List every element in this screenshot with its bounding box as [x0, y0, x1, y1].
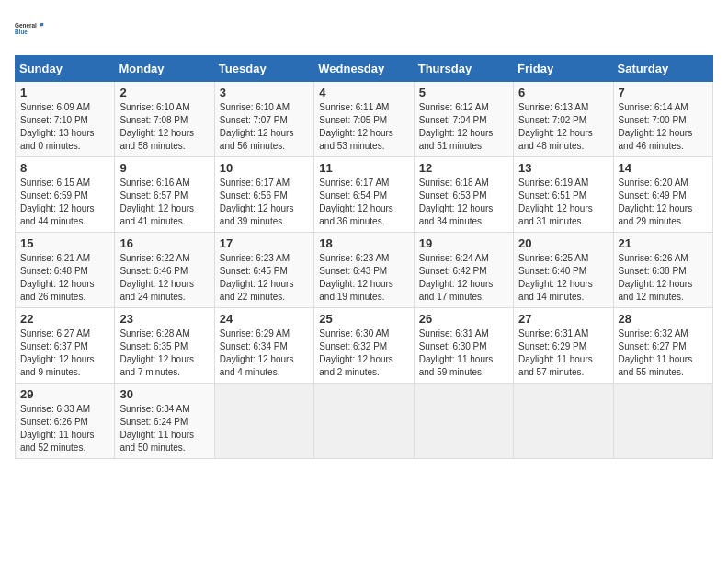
day-number: 6	[518, 86, 608, 99]
calendar-cell: 11Sunrise: 6:17 AM Sunset: 6:54 PM Dayli…	[314, 157, 414, 233]
calendar-cell	[414, 384, 513, 459]
day-info: Sunrise: 6:17 AM Sunset: 6:54 PM Dayligh…	[319, 177, 408, 228]
calendar-cell: 24Sunrise: 6:29 AM Sunset: 6:34 PM Dayli…	[214, 308, 313, 384]
day-number: 18	[319, 236, 408, 250]
day-number: 22	[20, 312, 109, 326]
day-number: 14	[619, 161, 708, 175]
calendar-cell: 9Sunrise: 6:16 AM Sunset: 6:57 PM Daylig…	[115, 157, 214, 233]
day-info: Sunrise: 6:18 AM Sunset: 6:53 PM Dayligh…	[419, 177, 508, 228]
calendar-cell: 19Sunrise: 6:24 AM Sunset: 6:42 PM Dayli…	[414, 233, 513, 308]
day-info: Sunrise: 6:34 AM Sunset: 6:24 PM Dayligh…	[119, 403, 209, 454]
calendar-cell: 13Sunrise: 6:19 AM Sunset: 6:51 PM Dayli…	[514, 157, 613, 233]
page-header: General Blue	[15, 15, 713, 44]
col-header-wednesday: Wednesday	[314, 56, 414, 82]
day-number: 27	[518, 312, 608, 326]
col-header-thursday: Thursday	[414, 56, 513, 82]
logo-icon: General Blue	[15, 15, 44, 44]
calendar-cell	[514, 384, 613, 459]
day-info: Sunrise: 6:26 AM Sunset: 6:38 PM Dayligh…	[619, 252, 708, 304]
day-info: Sunrise: 6:09 AM Sunset: 7:10 PM Dayligh…	[20, 101, 109, 153]
calendar-cell: 16Sunrise: 6:22 AM Sunset: 6:46 PM Dayli…	[115, 233, 214, 308]
day-info: Sunrise: 6:13 AM Sunset: 7:02 PM Dayligh…	[518, 101, 608, 153]
calendar-cell: 6Sunrise: 6:13 AM Sunset: 7:02 PM Daylig…	[514, 82, 613, 157]
calendar-cell: 1Sunrise: 6:09 AM Sunset: 7:10 PM Daylig…	[16, 82, 115, 157]
col-header-tuesday: Tuesday	[214, 56, 313, 82]
day-number: 26	[419, 312, 508, 326]
calendar-cell: 28Sunrise: 6:32 AM Sunset: 6:27 PM Dayli…	[613, 308, 712, 384]
calendar-cell: 30Sunrise: 6:34 AM Sunset: 6:24 PM Dayli…	[115, 384, 214, 459]
calendar-cell: 27Sunrise: 6:31 AM Sunset: 6:29 PM Dayli…	[514, 308, 613, 384]
calendar-cell: 12Sunrise: 6:18 AM Sunset: 6:53 PM Dayli…	[414, 157, 513, 233]
calendar-cell: 18Sunrise: 6:23 AM Sunset: 6:43 PM Dayli…	[314, 233, 414, 308]
col-header-friday: Friday	[514, 56, 613, 82]
calendar-cell: 7Sunrise: 6:14 AM Sunset: 7:00 PM Daylig…	[613, 82, 712, 157]
day-number: 12	[419, 161, 508, 175]
calendar-cell: 22Sunrise: 6:27 AM Sunset: 6:37 PM Dayli…	[16, 308, 115, 384]
day-number: 2	[119, 86, 209, 99]
day-info: Sunrise: 6:23 AM Sunset: 6:43 PM Dayligh…	[319, 252, 408, 304]
day-number: 24	[220, 312, 309, 326]
day-info: Sunrise: 6:31 AM Sunset: 6:30 PM Dayligh…	[419, 327, 508, 379]
day-number: 3	[220, 86, 309, 99]
calendar-cell: 10Sunrise: 6:17 AM Sunset: 6:56 PM Dayli…	[214, 157, 313, 233]
day-number: 10	[220, 161, 309, 175]
calendar-cell: 4Sunrise: 6:11 AM Sunset: 7:05 PM Daylig…	[314, 82, 414, 157]
calendar-cell: 17Sunrise: 6:23 AM Sunset: 6:45 PM Dayli…	[214, 233, 313, 308]
day-info: Sunrise: 6:17 AM Sunset: 6:56 PM Dayligh…	[220, 177, 309, 228]
day-number: 13	[518, 161, 608, 175]
calendar-cell: 15Sunrise: 6:21 AM Sunset: 6:48 PM Dayli…	[16, 233, 115, 308]
day-info: Sunrise: 6:15 AM Sunset: 6:59 PM Dayligh…	[20, 177, 109, 228]
day-info: Sunrise: 6:16 AM Sunset: 6:57 PM Dayligh…	[119, 177, 209, 228]
svg-text:General: General	[15, 22, 37, 29]
calendar-cell: 21Sunrise: 6:26 AM Sunset: 6:38 PM Dayli…	[613, 233, 712, 308]
calendar-cell: 20Sunrise: 6:25 AM Sunset: 6:40 PM Dayli…	[514, 233, 613, 308]
calendar-cell: 29Sunrise: 6:33 AM Sunset: 6:26 PM Dayli…	[16, 384, 115, 459]
col-header-saturday: Saturday	[613, 56, 712, 82]
day-number: 19	[419, 236, 508, 250]
day-info: Sunrise: 6:23 AM Sunset: 6:45 PM Dayligh…	[220, 252, 309, 304]
calendar-cell: 2Sunrise: 6:10 AM Sunset: 7:08 PM Daylig…	[115, 82, 214, 157]
calendar-cell	[314, 384, 414, 459]
calendar-table: SundayMondayTuesdayWednesdayThursdayFrid…	[15, 55, 713, 459]
day-number: 25	[319, 312, 408, 326]
day-info: Sunrise: 6:33 AM Sunset: 6:26 PM Dayligh…	[20, 403, 109, 454]
col-header-monday: Monday	[115, 56, 214, 82]
day-number: 21	[619, 236, 708, 250]
calendar-cell: 5Sunrise: 6:12 AM Sunset: 7:04 PM Daylig…	[414, 82, 513, 157]
day-info: Sunrise: 6:10 AM Sunset: 7:07 PM Dayligh…	[220, 101, 309, 153]
day-number: 23	[119, 312, 209, 326]
day-number: 15	[20, 236, 109, 250]
day-number: 28	[619, 312, 708, 326]
calendar-cell: 14Sunrise: 6:20 AM Sunset: 6:49 PM Dayli…	[613, 157, 712, 233]
day-number: 17	[220, 236, 309, 250]
col-header-sunday: Sunday	[16, 56, 115, 82]
day-info: Sunrise: 6:20 AM Sunset: 6:49 PM Dayligh…	[619, 177, 708, 228]
day-info: Sunrise: 6:27 AM Sunset: 6:37 PM Dayligh…	[20, 327, 109, 379]
calendar-cell	[613, 384, 712, 459]
day-info: Sunrise: 6:21 AM Sunset: 6:48 PM Dayligh…	[20, 252, 109, 304]
day-number: 11	[319, 161, 408, 175]
day-info: Sunrise: 6:11 AM Sunset: 7:05 PM Dayligh…	[319, 101, 408, 153]
day-info: Sunrise: 6:12 AM Sunset: 7:04 PM Dayligh…	[419, 101, 508, 153]
day-info: Sunrise: 6:29 AM Sunset: 6:34 PM Dayligh…	[220, 327, 309, 379]
day-number: 4	[319, 86, 408, 99]
day-number: 16	[119, 236, 209, 250]
day-number: 29	[20, 387, 109, 401]
day-info: Sunrise: 6:19 AM Sunset: 6:51 PM Dayligh…	[518, 177, 608, 228]
day-info: Sunrise: 6:31 AM Sunset: 6:29 PM Dayligh…	[518, 327, 608, 379]
calendar-cell: 3Sunrise: 6:10 AM Sunset: 7:07 PM Daylig…	[214, 82, 313, 157]
day-number: 9	[119, 161, 209, 175]
svg-text:Blue: Blue	[15, 29, 28, 35]
day-number: 20	[518, 236, 608, 250]
day-info: Sunrise: 6:30 AM Sunset: 6:32 PM Dayligh…	[319, 327, 408, 379]
day-info: Sunrise: 6:25 AM Sunset: 6:40 PM Dayligh…	[518, 252, 608, 304]
day-number: 7	[619, 86, 708, 99]
day-number: 1	[20, 86, 109, 99]
day-info: Sunrise: 6:14 AM Sunset: 7:00 PM Dayligh…	[619, 101, 708, 153]
day-number: 8	[20, 161, 109, 175]
calendar-cell	[214, 384, 313, 459]
calendar-cell: 25Sunrise: 6:30 AM Sunset: 6:32 PM Dayli…	[314, 308, 414, 384]
calendar-cell: 26Sunrise: 6:31 AM Sunset: 6:30 PM Dayli…	[414, 308, 513, 384]
day-number: 30	[119, 387, 209, 401]
logo: General Blue	[15, 15, 44, 44]
